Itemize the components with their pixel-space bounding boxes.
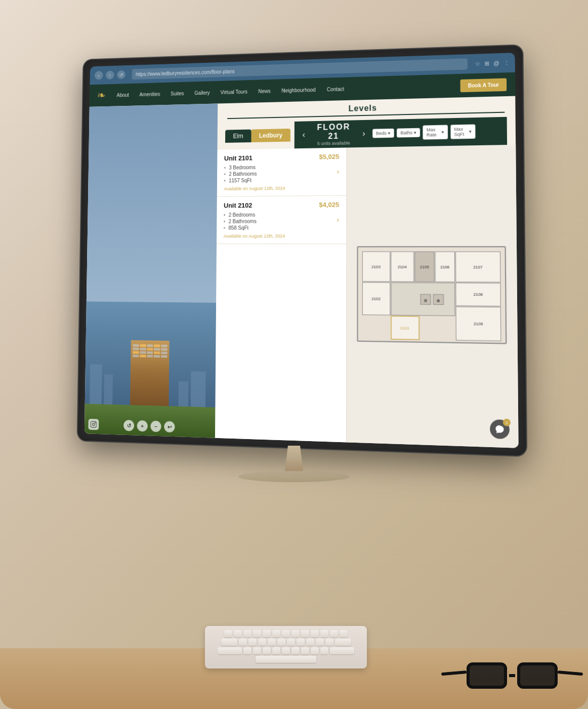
svg-text:2102: 2102 [371, 296, 381, 301]
key[interactable] [325, 639, 333, 646]
svg-text:2101: 2101 [400, 326, 409, 331]
main-content: Floor Plans [85, 96, 519, 448]
key[interactable] [253, 647, 261, 654]
glasses-lens-right [517, 662, 558, 689]
key[interactable] [234, 630, 242, 637]
floor-prev-button[interactable]: ‹ [301, 130, 307, 139]
image-prev-button[interactable]: ↺ [123, 420, 134, 431]
baths-filter[interactable]: Baths ▾ [397, 128, 420, 138]
glasses [467, 662, 558, 689]
svg-text:2109: 2109 [474, 322, 483, 327]
svg-text:2108: 2108 [474, 292, 483, 297]
key[interactable] [306, 639, 314, 646]
nav-neighbourhood[interactable]: Neighbourhood [276, 84, 320, 96]
key[interactable] [301, 647, 309, 654]
key[interactable] [268, 639, 276, 646]
key[interactable] [316, 639, 324, 646]
unit-2102-price: $4,025 [319, 201, 339, 209]
nav-amenities[interactable]: Amenities [135, 88, 165, 100]
unit-2101-card[interactable]: Unit 2101 $5,025 3 Bedrooms 2 Bathrooms … [217, 147, 347, 196]
key[interactable] [291, 647, 300, 654]
tab-elm[interactable]: Elm [225, 130, 251, 143]
nav-about[interactable]: About [112, 89, 134, 101]
image-zoom-out-button[interactable]: − [150, 421, 161, 432]
svg-text:2106: 2106 [440, 264, 449, 269]
floorplan-svg: 2103 2104 2105 [355, 153, 510, 439]
refresh-button[interactable]: ↺ [117, 70, 125, 80]
unit-2101-sqft: 1157 SqFt [224, 177, 339, 184]
nav-news[interactable]: News [254, 85, 276, 97]
nav-contact[interactable]: Contact [322, 83, 349, 95]
unit-2101-price: $5,025 [319, 153, 340, 161]
key[interactable] [263, 630, 271, 637]
key[interactable] [330, 647, 354, 654]
key[interactable] [239, 639, 247, 646]
key[interactable] [282, 630, 290, 637]
monitor: ‹ › ↺ https://www.ledburyresidences.com/… [78, 45, 526, 456]
nav-virtual-tours[interactable]: Virtual Tours [216, 86, 253, 98]
floor-units-available: 5 units available [312, 140, 355, 146]
key[interactable] [243, 630, 251, 637]
monitor-neck [279, 446, 309, 471]
key[interactable] [297, 639, 305, 646]
key[interactable] [335, 639, 351, 646]
building-image [85, 103, 218, 438]
key[interactable] [287, 639, 295, 646]
svg-text:▣: ▣ [437, 298, 441, 302]
svg-text:▦: ▦ [424, 298, 428, 302]
max-sqft-filter[interactable]: Max SqFt ▾ [450, 124, 476, 139]
key[interactable] [340, 630, 348, 637]
image-zoom-in-button[interactable]: + [137, 420, 148, 432]
key[interactable] [272, 647, 280, 654]
key[interactable] [320, 647, 328, 654]
keyboard [205, 626, 367, 668]
key[interactable] [224, 630, 232, 637]
instagram-icon[interactable] [88, 419, 99, 430]
svg-text:2107: 2107 [473, 265, 482, 270]
spacebar[interactable] [256, 656, 316, 663]
key[interactable] [272, 630, 280, 637]
beds-filter[interactable]: Beds ▾ [372, 129, 394, 138]
key[interactable] [263, 647, 271, 654]
key[interactable] [243, 647, 251, 654]
key[interactable] [320, 630, 328, 637]
unit-2101-arrow: › [337, 168, 340, 176]
tabs-row: Elm Ledbury ‹ FLOOR 21 5 units available… [218, 112, 516, 150]
image-reset-button[interactable]: ↩ [164, 421, 175, 432]
tab-ledbury[interactable]: Ledbury [251, 129, 290, 142]
reset-filters-button[interactable]: RESET [478, 127, 500, 135]
svg-text:2103: 2103 [371, 264, 381, 269]
key[interactable] [221, 639, 237, 646]
unit-2101-availability: Available on August 12th, 2024 [224, 185, 339, 191]
chat-button[interactable]: 1 [490, 419, 510, 439]
key[interactable] [301, 630, 309, 637]
unit-2102-details: 2 Bedrooms 2 Bathrooms 858 SqFt [224, 212, 340, 231]
floor-next-button[interactable]: › [360, 129, 367, 138]
unit-2101-name: Unit 2101 [224, 154, 253, 162]
nav-suites[interactable]: Suites [166, 88, 189, 99]
key[interactable] [291, 630, 300, 637]
unit-2102-header: Unit 2102 $4,025 [224, 201, 339, 210]
key[interactable] [311, 630, 319, 637]
nav-gallery[interactable]: Gallery [190, 87, 215, 99]
key[interactable] [258, 639, 266, 646]
key[interactable] [277, 639, 285, 646]
unit-2102-arrow: › [337, 216, 340, 224]
svg-text:2105: 2105 [420, 264, 429, 269]
key[interactable] [311, 647, 319, 654]
book-tour-button[interactable]: Book A Tour [460, 78, 507, 92]
key[interactable] [282, 647, 290, 654]
unit-2102-card[interactable]: Unit 2102 $4,025 2 Bedrooms 2 Bathrooms … [217, 195, 346, 244]
max-rate-filter[interactable]: Max Rate ▾ [423, 125, 448, 139]
glasses-frame [467, 662, 558, 689]
key[interactable] [218, 647, 242, 654]
back-button[interactable]: ‹ [95, 71, 103, 80]
unit-2102-bathrooms: 2 Bathrooms [224, 218, 339, 224]
key[interactable] [253, 630, 261, 637]
forward-button[interactable]: › [106, 70, 114, 80]
glasses-bridge [509, 674, 515, 677]
unit-2102-bedrooms: 2 Bedrooms [224, 212, 339, 218]
key[interactable] [248, 639, 257, 646]
unit-2101-bathrooms: 2 Bathrooms [224, 170, 340, 177]
key[interactable] [330, 630, 338, 637]
